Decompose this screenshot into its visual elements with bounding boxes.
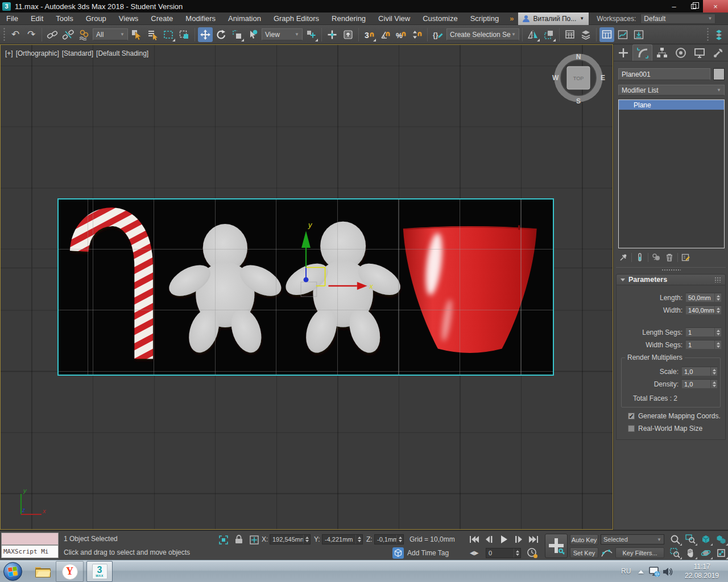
tab-modify[interactable] (632, 44, 652, 61)
key-selection-dropdown[interactable]: Selected ▼ (601, 534, 664, 544)
z-spinner[interactable] (396, 535, 403, 544)
make-unique-icon[interactable] (651, 252, 661, 263)
viewport[interactable]: [+] [Orthographic] [Standard] [Default S… (0, 44, 613, 530)
toggle-scene-explorer-button[interactable] (562, 27, 577, 42)
volume-tray-icon[interactable] (662, 566, 673, 577)
zoom-all-button[interactable] (683, 533, 697, 546)
minimize-button[interactable]: – (664, 0, 684, 13)
menu-rendering[interactable]: Rendering (325, 13, 372, 24)
spinner-snap-toggle[interactable] (410, 27, 424, 42)
stack-item-plane[interactable]: Plane (619, 100, 724, 110)
real-world-checkbox[interactable] (628, 425, 635, 432)
tab-create[interactable] (614, 44, 632, 61)
undo-button[interactable]: ↶ (8, 27, 23, 42)
modifier-stack[interactable]: Plane (618, 99, 725, 248)
parameters-rollout-header[interactable]: Parameters (616, 274, 726, 285)
time-configuration-button[interactable] (527, 547, 538, 559)
zoom-region-button[interactable] (668, 547, 682, 559)
view-cube[interactable]: TOP N S W E (550, 49, 607, 106)
schematic-view-button[interactable] (631, 27, 646, 42)
tab-utilities[interactable] (709, 44, 728, 61)
pan-button[interactable] (683, 547, 697, 559)
restore-button[interactable] (684, 0, 703, 13)
x-coord-field[interactable]: 192,545mn (270, 534, 311, 544)
start-button[interactable] (3, 562, 22, 581)
drag-handle-icon[interactable] (714, 277, 721, 282)
percent-snap-toggle[interactable]: % (394, 27, 408, 42)
named-selection-set-dropdown[interactable]: Create Selection Se ▼ (446, 28, 519, 40)
viewport-menu-pov[interactable]: [Orthographic] (16, 49, 59, 57)
isolate-selection-toggle[interactable] (218, 534, 229, 545)
menu-views[interactable]: Views (113, 13, 144, 24)
width-field[interactable]: 140,0mm (685, 305, 722, 315)
x-spinner[interactable] (303, 535, 310, 544)
length-spinner[interactable] (714, 293, 721, 302)
workspace-select[interactable]: Default ▼ (640, 14, 715, 24)
rectangular-selection-region-button[interactable] (161, 27, 176, 42)
menu-civil-view[interactable]: Civil View (372, 13, 416, 24)
zoom-extents-button[interactable] (698, 533, 713, 546)
selection-lock-toggle[interactable] (234, 534, 244, 545)
maxscript-mini-listener[interactable]: MAXScript Mi (1, 545, 59, 558)
menu-overflow-chevron[interactable]: » (505, 14, 518, 23)
window-crossing-toggle[interactable] (177, 27, 192, 42)
select-and-manipulate-button[interactable] (325, 27, 340, 42)
toggle-layer-explorer-button[interactable] (578, 27, 593, 42)
configure-modifier-sets-icon[interactable] (681, 252, 691, 263)
menu-tools[interactable]: Tools (49, 13, 79, 24)
menu-file[interactable]: File (0, 13, 24, 24)
zoom-extents-all-button[interactable] (714, 533, 728, 546)
add-time-tag[interactable]: Add Time Tag (407, 549, 449, 557)
absolute-offset-mode-toggle[interactable] (249, 534, 260, 545)
go-to-start-button[interactable] (468, 534, 481, 545)
curve-editor-button[interactable] (615, 27, 630, 42)
select-and-move-button[interactable] (198, 27, 213, 42)
tab-motion[interactable] (672, 44, 690, 61)
3ds-max-taskbar-button[interactable]: 3 MAX (86, 561, 113, 582)
menu-scripting[interactable]: Scripting (464, 13, 506, 24)
menu-animation[interactable]: Animation (222, 13, 267, 24)
modifier-list-dropdown[interactable]: Modifier List ▼ (618, 85, 725, 95)
density-field[interactable]: 1,0 (681, 379, 718, 389)
network-tray-icon[interactable] (648, 566, 661, 578)
close-button[interactable]: × (703, 0, 728, 13)
snap-toggle-3d[interactable]: 3 (362, 27, 377, 42)
length-segs-field[interactable]: 1 (685, 327, 722, 337)
menu-modifiers[interactable]: Modifiers (179, 13, 222, 24)
toolbar-grip[interactable] (706, 27, 709, 42)
edit-named-selection-sets-button[interactable]: {} (431, 27, 445, 42)
scale-spinner[interactable] (710, 367, 717, 376)
maxscript-macro-recorder[interactable] (1, 533, 59, 545)
material-editor-button[interactable] (712, 27, 726, 42)
align-button[interactable] (541, 27, 556, 42)
toolbar-grip[interactable] (3, 27, 6, 42)
select-and-link-button[interactable] (45, 27, 60, 42)
select-by-name-button[interactable] (145, 27, 160, 42)
remove-modifier-icon[interactable] (664, 252, 675, 263)
y-coord-field[interactable]: -4,221mm (322, 534, 363, 544)
unlink-selection-button[interactable] (61, 27, 76, 42)
menu-customize[interactable]: Customize (416, 13, 464, 24)
keyboard-shortcut-override-toggle[interactable] (341, 27, 355, 42)
density-spinner[interactable] (710, 380, 717, 388)
tab-display[interactable] (690, 44, 709, 61)
object-name-field[interactable]: Plane001 (618, 68, 710, 80)
file-explorer-button[interactable] (34, 564, 52, 579)
menu-group[interactable]: Group (80, 13, 113, 24)
z-coord-field[interactable]: -0,1mm (374, 534, 404, 544)
key-mode-toggle[interactable]: ◀▶ (470, 550, 478, 556)
current-frame-field[interactable]: 0 (486, 548, 521, 558)
pin-stack-icon[interactable] (618, 252, 628, 263)
angle-snap-toggle[interactable] (378, 27, 392, 42)
plane-object[interactable]: y x (57, 198, 554, 376)
default-in-out-tangents-button[interactable] (601, 547, 613, 559)
viewport-menu-shading[interactable]: [Default Shading] (96, 49, 148, 57)
generate-mapping-checkbox[interactable]: ✓ (628, 413, 635, 419)
select-object-button[interactable] (129, 27, 144, 42)
play-button[interactable] (497, 534, 511, 545)
orbit-button[interactable] (698, 547, 713, 559)
key-filters-button[interactable]: Key Filters... (615, 547, 664, 558)
bind-to-space-warp-button[interactable] (77, 27, 92, 42)
maximize-viewport-toggle[interactable] (714, 547, 728, 559)
panel-splitter[interactable] (616, 267, 726, 271)
